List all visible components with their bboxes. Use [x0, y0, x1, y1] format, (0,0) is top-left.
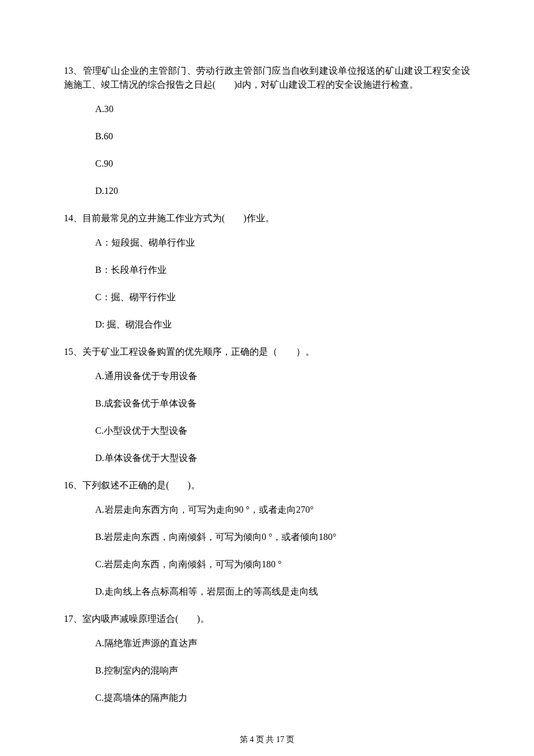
- option-b: B.60: [95, 129, 470, 143]
- option-d: D: 掘、砌混合作业: [95, 318, 470, 332]
- options-group: A：短段掘、砌单行作业 B：长段单行作业 C：掘、砌平行作业 D: 掘、砌混合作…: [64, 236, 470, 332]
- options-group: A.隔绝靠近声源的直达声 B.控制室内的混响声 C.提高墙体的隔声能力: [64, 636, 470, 705]
- option-b: B：长段单行作业: [95, 263, 470, 277]
- option-a: A.隔绝靠近声源的直达声: [95, 636, 470, 650]
- options-group: A.岩层走向东西方向，可写为走向90 °，或者走向270° B.岩层走向东西，向…: [64, 503, 470, 599]
- option-b: B.控制室内的混响声: [95, 664, 470, 678]
- question-13: 13、管理矿山企业的主管部门、劳动行政主管部门应当自收到建设单位报送的矿山建设工…: [64, 64, 470, 198]
- option-b: B.岩层走向东西，向南倾斜，可写为倾向0 °，或者倾向180°: [95, 530, 470, 544]
- question-text: 14、目前最常见的立井施工作业方式为( )作业。: [64, 211, 470, 225]
- option-a: A.30: [95, 102, 470, 116]
- page-content: 13、管理矿山企业的主管部门、劳动行政主管部门应当自收到建设单位报送的矿山建设工…: [0, 0, 534, 730]
- question-text: 15、关于矿业工程设备购置的优先顺序，正确的是（ ）。: [64, 345, 470, 359]
- option-a: A.通用设备优于专用设备: [95, 369, 470, 383]
- option-d: D.走向线上各点标高相等，岩层面上的等高线是走向线: [95, 585, 470, 599]
- option-c: C.小型设优于大型设备: [95, 424, 470, 438]
- option-a: A：短段掘、砌单行作业: [95, 236, 470, 250]
- options-group: A.30 B.60 C.90 D.120: [64, 102, 470, 198]
- question-17: 17、室内吸声减噪原理适合( )。 A.隔绝靠近声源的直达声 B.控制室内的混响…: [64, 612, 470, 705]
- question-15: 15、关于矿业工程设备购置的优先顺序，正确的是（ ）。 A.通用设备优于专用设备…: [64, 345, 470, 465]
- question-14: 14、目前最常见的立井施工作业方式为( )作业。 A：短段掘、砌单行作业 B：长…: [64, 211, 470, 332]
- question-text: 16、下列叙述不正确的是( )。: [64, 478, 470, 492]
- option-c: C.90: [95, 157, 470, 171]
- page-footer: 第 4 页 共 17 页: [0, 733, 534, 756]
- question-16: 16、下列叙述不正确的是( )。 A.岩层走向东西方向，可写为走向90 °，或者…: [64, 478, 470, 599]
- options-group: A.通用设备优于专用设备 B.成套设备优于单体设备 C.小型设优于大型设备 D.…: [64, 369, 470, 465]
- option-d: D.单体设备优于大型设备: [95, 451, 470, 465]
- option-c: C.岩层走向东西，向南倾斜，可写为倾向180 °: [95, 557, 470, 571]
- question-text: 13、管理矿山企业的主管部门、劳动行政主管部门应当自收到建设单位报送的矿山建设工…: [64, 64, 470, 92]
- option-a: A.岩层走向东西方向，可写为走向90 °，或者走向270°: [95, 503, 470, 517]
- option-c: C.提高墙体的隔声能力: [95, 691, 470, 705]
- question-text: 17、室内吸声减噪原理适合( )。: [64, 612, 470, 626]
- option-b: B.成套设备优于单体设备: [95, 397, 470, 411]
- option-c: C：掘、砌平行作业: [95, 290, 470, 304]
- option-d: D.120: [95, 184, 470, 198]
